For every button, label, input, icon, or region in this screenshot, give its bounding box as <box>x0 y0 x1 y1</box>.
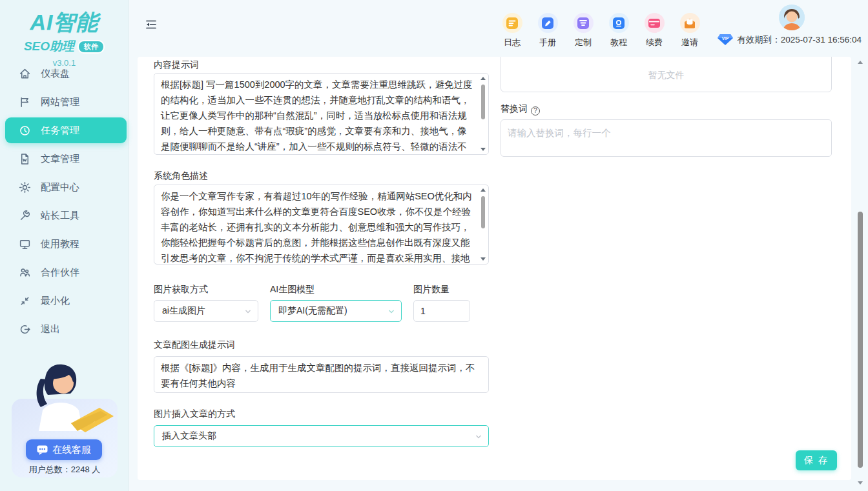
collapse-sidebar-icon[interactable] <box>145 18 158 31</box>
system-role-field: 你是一个文章写作专家，有着超过10年的写作经验，精通网站SEO优化和内容创作，你… <box>154 185 489 265</box>
chevron-down-icon <box>475 433 482 441</box>
content-prompt-textarea[interactable]: 根据[标题] 写一篇1500到2000字的文章，文章需要注重思维跳跃，避免过度的… <box>154 74 488 154</box>
tutorial-icon <box>609 13 629 33</box>
image-mode-select[interactable]: ai生成图片 <box>154 300 258 322</box>
vip-expiry: 有效期到：2025-07-31 16:56:04 <box>737 34 862 46</box>
flag-icon <box>19 96 31 108</box>
system-role-textarea[interactable]: 你是一个文章写作专家，有着超过10年的写作经验，精通网站SEO优化和内容创作，你… <box>154 185 488 264</box>
user-total-count: 用户总数：2248 人 <box>12 464 118 476</box>
save-button[interactable]: 保 存 <box>796 450 837 470</box>
sidebar-item-websites[interactable]: 网站管理 <box>0 88 129 116</box>
svg-text:VIP: VIP <box>722 36 729 41</box>
system-role-label: 系统角色描述 <box>154 170 208 182</box>
gear-icon <box>19 181 31 194</box>
minimize-icon <box>19 295 31 307</box>
scroll-down-arrow[interactable] <box>858 481 863 485</box>
home-icon <box>19 68 31 80</box>
files-empty-text: 暂无文件 <box>648 62 685 81</box>
people-icon <box>19 266 31 279</box>
shortcut-tutorial[interactable]: 教程 <box>608 13 630 48</box>
app-logo: AI智能 SEO助理 软件 <box>0 0 129 55</box>
chevron-down-icon <box>388 308 395 316</box>
wrench-icon <box>19 210 31 222</box>
scrollbar-thumb[interactable] <box>858 212 863 468</box>
online-support-button[interactable]: 在线客服 <box>26 439 102 460</box>
image-insert-label: 图片插入文章的方式 <box>154 408 235 420</box>
content-prompt-label: 内容提示词 <box>154 59 199 71</box>
sidebar-item-minimize[interactable]: 最小化 <box>0 286 129 315</box>
vip-status: VIP 有效期到：2025-07-31 16:56:04 <box>718 34 862 46</box>
chat-bubble-icon <box>37 445 48 455</box>
chevron-down-icon <box>244 308 252 316</box>
image-mode-label: 图片获取方式 <box>154 284 208 296</box>
sidebar-item-articles[interactable]: 文章管理 <box>0 145 129 173</box>
monitor-icon <box>19 238 31 250</box>
clock-icon <box>19 125 31 137</box>
image-prompt-textarea[interactable]: 根据《[标题]》内容，生成用于生成文章配图的提示词，直接返回提示词，不要有任何其… <box>154 357 488 392</box>
sidebar-item-logout[interactable]: 退出 <box>0 315 129 343</box>
image-prompt-field: 根据《[标题]》内容，生成用于生成文章配图的提示词，直接返回提示词，不要有任何其… <box>154 356 489 393</box>
user-avatar[interactable] <box>779 5 805 30</box>
shortcut-log[interactable]: 日志 <box>501 13 523 48</box>
invite-icon <box>680 13 700 33</box>
image-count-input[interactable] <box>413 300 470 322</box>
vertical-scrollbar[interactable] <box>856 59 865 486</box>
logo-text-top: AI智能 <box>0 8 129 37</box>
shortcut-invite[interactable]: 邀请 <box>679 13 701 48</box>
system-role-scrollbar[interactable] <box>479 186 487 263</box>
file-upload-box[interactable]: 暂无文件 <box>501 57 832 92</box>
customer-service-illustration <box>14 360 115 444</box>
logo-badge: 软件 <box>78 40 105 54</box>
help-icon[interactable]: ? <box>531 106 540 115</box>
replace-words-field <box>501 119 832 157</box>
replace-words-textarea[interactable] <box>501 120 831 156</box>
image-model-select[interactable]: 即梦AI(无需配置) <box>270 300 402 322</box>
header-shortcuts: 日志 手册 定制 教程 续费 <box>501 13 701 48</box>
document-icon <box>19 153 31 165</box>
customize-icon <box>574 13 594 33</box>
renew-icon <box>645 13 665 33</box>
manual-icon <box>538 13 558 33</box>
shortcut-customize[interactable]: 定制 <box>572 13 594 48</box>
vip-badge-icon: VIP <box>718 34 733 46</box>
image-count-label: 图片数量 <box>413 284 450 296</box>
shortcut-manual[interactable]: 手册 <box>537 13 559 48</box>
content-prompt-field: 根据[标题] 写一篇1500到2000字的文章，文章需要注重思维跳跃，避免过度的… <box>154 73 489 155</box>
sidebar-menu: 仪表盘 网站管理 任务管理 文章管理 配置中心 站长工具 <box>0 59 129 343</box>
sidebar: AI智能 SEO助理 软件 v3.0.1 仪表盘 网站管理 任务管理 文章管 <box>0 0 129 491</box>
sidebar-item-config[interactable]: 配置中心 <box>0 173 129 201</box>
sidebar-item-dashboard[interactable]: 仪表盘 <box>0 59 129 88</box>
content-prompt-scrollbar[interactable] <box>479 75 487 153</box>
image-model-label: AI生图模型 <box>270 284 315 296</box>
image-prompt-label: 文章配图生成提示词 <box>154 339 235 351</box>
task-config-panel: 内容提示词 根据[标题] 写一篇1500到2000字的文章，文章需要注重思维跳跃… <box>138 57 851 480</box>
sidebar-item-webmaster-tools[interactable]: 站长工具 <box>0 201 129 230</box>
scroll-up-arrow[interactable] <box>858 61 863 64</box>
sidebar-item-tutorial[interactable]: 使用教程 <box>0 230 129 258</box>
logo-text-bottom: SEO助理 <box>24 38 74 55</box>
shortcut-renew[interactable]: 续费 <box>643 13 665 48</box>
image-insert-select[interactable]: 插入文章头部 <box>154 425 489 447</box>
app-window: AI智能 SEO助理 软件 v3.0.1 仪表盘 网站管理 任务管理 文章管 <box>0 0 868 491</box>
log-icon <box>502 13 522 33</box>
replace-words-label: 替换词? <box>501 103 540 115</box>
logout-icon <box>19 323 31 336</box>
sidebar-item-partners[interactable]: 合作伙伴 <box>0 258 129 286</box>
sidebar-item-tasks[interactable]: 任务管理 <box>5 117 127 143</box>
